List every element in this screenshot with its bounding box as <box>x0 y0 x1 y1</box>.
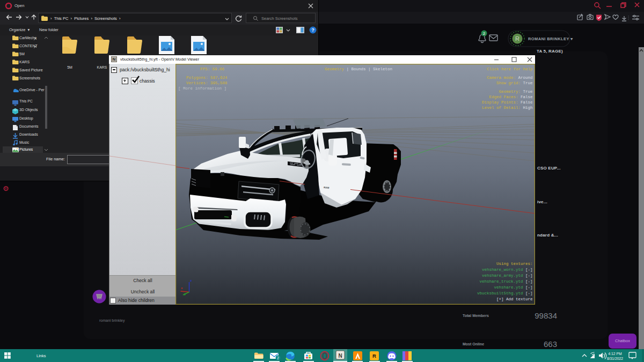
svg-text:KARS: KARS <box>97 65 107 69</box>
svg-text:Click here for help: Click here for help <box>487 67 533 71</box>
svg-text:Edged Faces: False: Edged Faces: False <box>489 95 532 99</box>
svg-text:ROMANI BRINKLEY ▾: ROMANI BRINKLEY ▾ <box>528 36 573 41</box>
svg-text:Level of Detail: High: Level of Detail: High <box>482 106 533 110</box>
svg-text:vbucksbuilt5thg.ytd [-]: vbucksbuilt5thg.ytd [-] <box>477 291 533 295</box>
svg-text:[ More information ]: [ More information ] <box>178 86 226 91</box>
svg-text:vehshare_truck.ytd [-]: vehshare_truck.ytd [-] <box>479 279 532 284</box>
svg-text:vehshare.ytd [-]: vehshare.ytd [-] <box>494 285 532 290</box>
svg-text:Display Points: False: Display Points: False <box>482 100 533 105</box>
svg-text:z: z <box>190 279 192 283</box>
svg-text:y: y <box>184 292 186 296</box>
svg-text:Vertices: 395,508: Vertices: 395,508 <box>186 81 228 85</box>
svg-text:Geometry | Bounds | Skeleton: Geometry | Bounds | Skeleton <box>325 67 392 71</box>
svg-text:5M: 5M <box>67 65 72 69</box>
svg-text:R: R <box>372 353 376 359</box>
svg-text:x: x <box>181 286 183 290</box>
svg-text:Geometry: True: Geometry: True <box>499 90 532 94</box>
svg-text:2: 2 <box>277 356 279 360</box>
svg-text:2: 2 <box>483 31 486 36</box>
svg-text:8/31/2022: 8/31/2022 <box>607 357 623 360</box>
svg-text:4:12 PM: 4:12 PM <box>608 352 622 356</box>
svg-text:RAM: RAM <box>324 186 330 189</box>
svg-text:[+] Add texture: [+] Add texture <box>496 297 533 301</box>
svg-text:?: ? <box>311 27 314 33</box>
svg-text:Links: Links <box>36 353 46 358</box>
svg-text:Show grid: True: Show grid: True <box>496 81 533 85</box>
svg-text:Polygons: 587,624: Polygons: 587,624 <box>186 76 228 80</box>
svg-text:vehshare_worn.ytd [-]: vehshare_worn.ytd [-] <box>482 268 533 272</box>
svg-text:FPS: 59.06: FPS: 59.06 <box>200 67 225 71</box>
svg-text:vehshare_army.ytd [-]: vehshare_army.ytd [-] <box>482 274 533 278</box>
svg-text:Camera mode: Around: Camera mode: Around <box>487 76 533 80</box>
svg-text:N: N <box>338 353 342 359</box>
svg-text:R: R <box>515 35 519 42</box>
svg-text:Using textures:: Using textures: <box>496 262 533 266</box>
